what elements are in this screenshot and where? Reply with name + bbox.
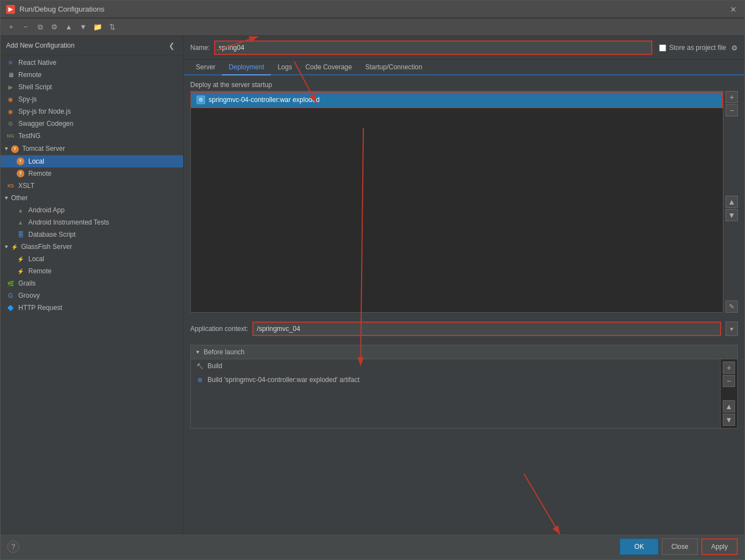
tab-deployment[interactable]: Deployment [222,60,271,75]
tab-server[interactable]: Server [189,60,222,75]
left-panel: Add New Configuration ❮ ⚛ React Native 🖥… [1,36,184,533]
deploy-item-label: springmvc-04-controller:war exploded [209,96,320,104]
sidebar-item-tomcat-local[interactable]: T Local [1,155,183,167]
sidebar-item-tomcat-remote[interactable]: T Remote [1,167,183,180]
sidebar-item-http-request[interactable]: 🔷 HTTP Request [1,302,183,314]
deploy-section: Deploy at the server startup ⚙ springmvc… [190,81,738,313]
sidebar-item-gf-local[interactable]: ⚡ Local [1,253,183,265]
deploy-item-icon: ⚙ [196,95,205,104]
sidebar-item-android-app[interactable]: ▲ Android App [1,204,183,216]
deploy-list-item[interactable]: ⚙ springmvc-04-controller:war exploded [191,91,723,108]
app-context-dropdown[interactable]: ▼ [726,322,738,336]
move-down-button[interactable]: ▼ [77,21,89,33]
before-launch-header[interactable]: ▼ Before launch [191,345,737,359]
deploy-remove-button[interactable]: − [726,104,738,116]
android-inst-label: Android Instrumented Tests [28,218,109,226]
deploy-add-button[interactable]: + [726,91,738,103]
glassfish-icon: ⚡ [11,244,18,250]
sidebar-item-remote[interactable]: 🖥 Remote [1,69,183,81]
grails-icon: 🌿 [6,279,15,288]
sort-button[interactable]: ⇅ [106,21,118,33]
sidebar-item-grails[interactable]: 🌿 Grails [1,277,183,289]
run-debug-dialog: ▶ Run/Debug Configurations ✕ + − ⧉ ⚙ ▲ ▼… [0,0,745,560]
tab-startup-connection[interactable]: Startup/Connection [358,60,429,75]
http-request-label: HTTP Request [18,304,62,312]
other-expand-arrow: ▼ [4,195,9,201]
other-section[interactable]: ▼ Other [1,192,183,204]
sidebar-item-xslt[interactable]: XS XSLT [1,180,183,192]
name-input[interactable] [214,40,652,55]
before-launch-item-artifact[interactable]: ⚙ Build 'springmvc-04-controller:war exp… [191,373,720,386]
groovy-icon: G [6,291,15,300]
other-section-label: Other [11,194,28,202]
help-button[interactable]: ? [7,541,19,553]
sidebar-item-spy-js-node[interactable]: ◉ Spy-js for Node.js [1,105,183,118]
grails-label: Grails [18,279,36,287]
sidebar-item-shell-script[interactable]: ▶ Shell Script [1,81,183,93]
collapse-panel-button[interactable]: ❮ [165,39,178,52]
bl-up-button[interactable]: ▲ [723,400,735,413]
tomcat-server-section[interactable]: ▼ T Tomcat Server [1,142,183,155]
folder-button[interactable]: 📁 [92,21,104,33]
tomcat-expand-arrow: ▼ [4,146,9,151]
sidebar-item-db-script[interactable]: 🗄 Database Script [1,228,183,241]
copy-config-button[interactable]: ⧉ [34,21,46,33]
add-new-config-title: Add New Configuration [6,42,74,49]
bl-remove-button[interactable]: − [723,375,735,387]
toolbar: + − ⧉ ⚙ ▲ ▼ 📁 ⇅ [1,18,744,36]
sidebar-item-spy-js[interactable]: ◉ Spy-js [1,93,183,105]
store-as-project-checkbox[interactable] [659,44,666,52]
gf-local-icon: ⚡ [16,254,25,263]
android-app-icon: ▲ [16,206,25,215]
deploy-scroll-down-button[interactable]: ▼ [726,209,738,221]
sidebar-item-react-native[interactable]: ⚛ React Native [1,57,183,69]
add-config-button[interactable]: + [5,21,17,33]
sidebar-item-swagger[interactable]: ⚙ Swagger Codegen [1,118,183,130]
sidebar-item-groovy[interactable]: G Groovy [1,289,183,302]
db-script-icon: 🗄 [16,230,25,239]
groovy-label: Groovy [18,292,40,299]
app-context-input[interactable] [252,322,721,336]
bl-down-button[interactable]: ▼ [723,414,735,426]
settings-gear-icon[interactable]: ⚙ [731,44,738,52]
tab-code-coverage[interactable]: Code Coverage [298,60,358,75]
before-launch-row: 🔨 Build ⚙ Build 'springmvc-04-controller… [191,359,737,428]
deploy-edit-button[interactable]: ✎ [726,301,738,313]
title-bar: ▶ Run/Debug Configurations ✕ [1,1,744,18]
deploy-list-row: ⚙ springmvc-04-controller:war exploded +… [190,91,738,313]
sidebar-item-android-inst[interactable]: ▲ Android Instrumented Tests [1,216,183,228]
name-bar: Name: Store as project file ⚙ [184,36,744,60]
close-button[interactable]: ✕ [728,4,739,15]
before-launch-item-build[interactable]: 🔨 Build [191,359,720,373]
settings-button[interactable]: ⚙ [48,21,60,33]
deploy-scroll-up-button[interactable]: ▲ [726,196,738,208]
close-dialog-button[interactable]: Close [662,538,698,555]
spy-js-node-icon: ◉ [6,107,15,116]
db-script-label: Database Script [28,231,75,238]
testng-icon: NG [6,131,15,140]
remove-config-button[interactable]: − [19,21,32,33]
gf-remote-label: Remote [28,267,52,275]
app-context-row: Application context: ▼ [190,322,738,336]
testng-label: TestNG [18,132,40,140]
apply-button[interactable]: Apply [701,538,738,555]
deploy-section-title: Deploy at the server startup [190,81,738,89]
move-up-button[interactable]: ▲ [63,21,75,33]
sidebar-item-testng[interactable]: NG TestNG [1,130,183,142]
http-request-icon: 🔷 [6,303,15,312]
deployment-tab-content: Deploy at the server startup ⚙ springmvc… [184,75,744,533]
glassfish-section[interactable]: ▼ ⚡ GlassFish Server [1,241,183,253]
before-launch-build-label: Build [207,362,222,370]
ok-button[interactable]: OK [620,538,658,555]
spy-js-node-label: Spy-js for Node.js [18,108,71,115]
tomcat-remote-label: Remote [28,170,52,177]
tomcat-section-icon: T [11,144,19,153]
bl-add-button[interactable]: + [723,362,735,374]
name-label: Name: [190,44,210,52]
tab-logs[interactable]: Logs [271,60,298,75]
android-app-label: Android App [28,206,64,214]
store-checkbox-area: Store as project file ⚙ [659,44,738,52]
config-list: ⚛ React Native 🖥 Remote ▶ Shell Script ◉… [1,55,183,533]
sidebar-item-gf-remote[interactable]: ⚡ Remote [1,265,183,277]
left-panel-header: Add New Configuration ❮ [1,36,183,55]
